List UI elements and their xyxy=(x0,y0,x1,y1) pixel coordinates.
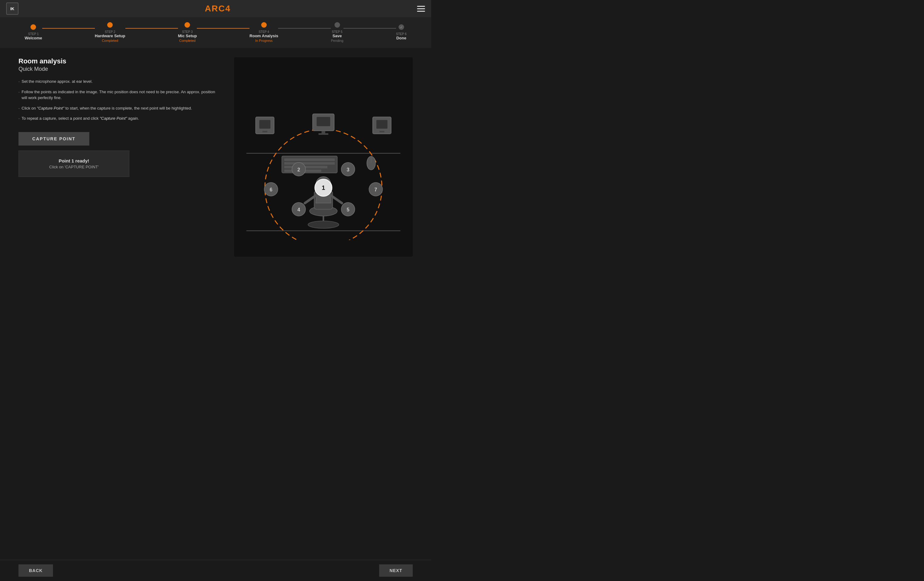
step-5-status: Pending xyxy=(331,39,343,43)
step-3-num: STEP 3 xyxy=(182,30,193,33)
svg-text:1: 1 xyxy=(322,184,325,191)
app-header: IK ARC4 xyxy=(0,0,431,17)
section-title: Room analysis xyxy=(18,57,222,65)
step-1-dot xyxy=(30,24,36,30)
step-2-name: Hardware Setup xyxy=(95,33,125,38)
title-text: ARC xyxy=(205,4,226,13)
instruction-3: Click on "Capture Point" to start, when … xyxy=(18,105,222,111)
diagram-svg: 1 2 3 4 5 xyxy=(234,74,413,240)
step-4-num: STEP 4 xyxy=(259,30,269,33)
step-5-name: Save xyxy=(332,33,342,38)
step-6: ✓ STEP 6 Done xyxy=(396,24,407,40)
instruction-4: To repeat a capture, select a point and … xyxy=(18,115,222,122)
svg-rect-16 xyxy=(284,162,335,165)
line-3-4 xyxy=(197,28,249,29)
point-7[interactable]: 7 xyxy=(369,183,383,196)
svg-text:7: 7 xyxy=(375,187,377,193)
point-5[interactable]: 5 xyxy=(341,202,355,216)
step-5-num: STEP 5 xyxy=(332,30,342,33)
svg-text:6: 6 xyxy=(270,187,272,193)
step-2-dot xyxy=(107,22,113,28)
step-3-dot xyxy=(185,22,190,28)
step-1: STEP 1 Welcome xyxy=(25,24,42,40)
point-6[interactable]: 6 xyxy=(264,183,278,196)
keyboard xyxy=(282,156,337,173)
svg-rect-17 xyxy=(284,166,327,168)
step-2: STEP 2 Hardware Setup Completed xyxy=(95,22,125,43)
hamburger-line-1 xyxy=(417,6,425,7)
capture-point-button[interactable]: CAPTURE POINT xyxy=(18,132,89,146)
capture-point-ref-2: "Capture Point" xyxy=(100,116,127,121)
speaker-right xyxy=(373,117,391,134)
step-2-status: Completed xyxy=(102,39,118,43)
logo-text: IK xyxy=(10,7,15,11)
instruction-1: Set the microphone approx. at ear level. xyxy=(18,79,222,85)
step-2-num: STEP 2 xyxy=(105,30,115,33)
point-1[interactable]: 1 xyxy=(315,179,332,196)
svg-rect-6 xyxy=(262,131,267,132)
left-panel: Room analysis Quick Mode Set the microph… xyxy=(18,57,222,257)
svg-rect-15 xyxy=(284,158,335,161)
step-6-dot: ✓ xyxy=(399,24,404,30)
point-4[interactable]: 4 xyxy=(292,202,305,216)
instruction-list: Set the microphone approx. at ear level.… xyxy=(18,79,222,126)
status-box: Point 1 ready! Click on 'CAPTURE POINT' xyxy=(18,150,129,177)
svg-rect-5 xyxy=(259,120,271,128)
step-4-dot xyxy=(261,22,267,28)
hamburger-line-2 xyxy=(417,8,425,9)
menu-button[interactable] xyxy=(417,6,425,12)
speaker-left xyxy=(256,117,274,134)
status-line-2: Click on 'CAPTURE POINT' xyxy=(25,165,123,169)
hamburger-line-3 xyxy=(417,11,425,12)
step-3: STEP 3 Mic Setup Completed xyxy=(178,22,197,43)
point-2[interactable]: 2 xyxy=(292,163,305,176)
svg-text:2: 2 xyxy=(297,167,300,172)
svg-text:5: 5 xyxy=(347,207,350,212)
main-content: Room analysis Quick Mode Set the microph… xyxy=(0,48,431,266)
line-4-5 xyxy=(278,28,331,29)
step-6-name: Done xyxy=(396,36,407,40)
title-number: 4 xyxy=(226,4,231,13)
steps-bar: STEP 1 Welcome STEP 2 Hardware Setup Com… xyxy=(0,17,431,48)
svg-rect-8 xyxy=(317,117,330,126)
step-3-status: Completed xyxy=(179,39,196,43)
capture-point-ref-1: "Capture Point" xyxy=(37,106,64,110)
app-logo: IK xyxy=(6,2,18,15)
step-4-name: Room Analysis xyxy=(249,33,278,38)
svg-rect-13 xyxy=(380,131,384,132)
instruction-2: Follow the points as indicated in the im… xyxy=(18,89,222,101)
mouse xyxy=(367,156,375,170)
svg-text:4: 4 xyxy=(297,207,300,212)
step-6-num: STEP 6 xyxy=(396,32,407,36)
status-line-1: Point 1 ready! xyxy=(25,158,123,163)
step-4-status: In Progress xyxy=(255,39,272,43)
step-1-num: STEP 1 xyxy=(28,32,38,36)
section-subtitle: Quick Mode xyxy=(18,66,222,72)
app-title: ARC4 xyxy=(205,4,231,13)
step-4: STEP 4 Room Analysis In Progress xyxy=(249,22,278,43)
step-5: STEP 5 Save Pending xyxy=(331,22,343,43)
line-1-2 xyxy=(42,28,95,29)
step-5-dot xyxy=(335,22,340,28)
step-1-name: Welcome xyxy=(25,36,42,40)
room-diagram: 1 2 3 4 5 xyxy=(234,57,413,257)
point-3[interactable]: 3 xyxy=(341,163,355,176)
svg-rect-10 xyxy=(318,133,328,135)
line-2-3 xyxy=(125,28,178,29)
line-5-6 xyxy=(343,28,396,29)
svg-rect-9 xyxy=(322,131,325,133)
svg-point-21 xyxy=(308,221,339,228)
svg-rect-12 xyxy=(376,120,388,128)
svg-text:3: 3 xyxy=(347,167,350,172)
step-3-name: Mic Setup xyxy=(178,33,197,38)
